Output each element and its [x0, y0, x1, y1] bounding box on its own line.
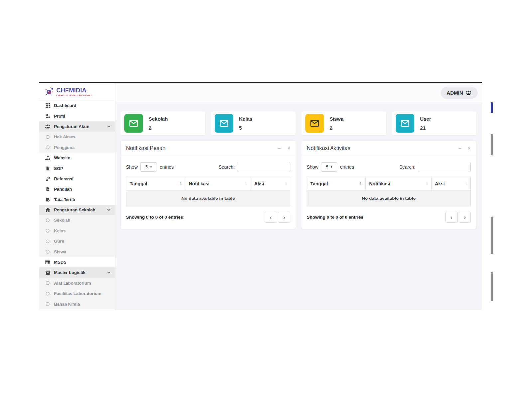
box-icon: [44, 270, 51, 275]
sidebar-item-hak-akses[interactable]: Hak Akses: [39, 132, 115, 142]
scrollbar-thumb[interactable]: [491, 217, 493, 254]
scrollbar-thumb[interactable]: [491, 134, 493, 155]
close-icon[interactable]: ×: [468, 146, 471, 151]
sidebar-item-pengguna[interactable]: Pengguna: [39, 142, 115, 153]
stat-value: 2: [330, 125, 344, 131]
page-length-select[interactable]: 5 ▲▼: [140, 162, 157, 172]
datatable-controls: Show 5 ▲▼ entries Search:: [121, 156, 296, 177]
sidebar-item-bahan-kimia[interactable]: Bahan Kimia: [39, 299, 115, 309]
entries-label: entries: [340, 164, 354, 170]
minimize-icon[interactable]: −: [458, 146, 461, 151]
sidebar-item-profil[interactable]: Profil: [39, 111, 115, 121]
stat-card-siswa: Siswa 2: [301, 111, 386, 135]
pagination: ‹ ›: [445, 212, 471, 223]
sidebar-item-label: Pengguna: [54, 145, 75, 150]
admin-label: ADMIN: [447, 90, 463, 96]
sidebar-item-label: Fasilitias Laboratorium: [54, 291, 101, 296]
sidebar-item-label: Referensi: [54, 176, 73, 181]
sidebar-item-alat-laboratorium[interactable]: Alat Laboratorium: [39, 278, 115, 288]
chevron-down-icon: [107, 124, 111, 129]
sidebar-item-fasilitias-laboratorium[interactable]: Fasilitias Laboratorium: [39, 288, 115, 299]
previous-page-button[interactable]: ‹: [445, 212, 458, 223]
sort-icon: ↑↓: [359, 181, 362, 186]
sidebar-item-sekolah[interactable]: Sekolah: [39, 215, 115, 225]
sidebar-item-panduan[interactable]: Panduan: [39, 184, 115, 194]
sidebar-item-dashboard[interactable]: Dashboard: [39, 100, 115, 111]
sidebar-item-label: Website: [54, 155, 70, 160]
admin-menu-button[interactable]: ADMIN: [441, 87, 478, 99]
datatable-footer: Showing 0 to 0 of 0 entries ‹ ›: [121, 206, 296, 223]
sidebar-item-sop[interactable]: SOP: [39, 163, 115, 173]
users-icon: [44, 124, 51, 129]
chevron-down-icon: [107, 270, 111, 275]
sort-icon: ↑↓: [425, 181, 428, 186]
caret-updown-icon: ▲▼: [150, 166, 152, 168]
sidebar-item-label: Master Logistik: [54, 270, 85, 275]
datatable-footer: Showing 0 to 0 of 0 entries ‹ ›: [301, 206, 476, 223]
sort-icon: ↑↓: [245, 181, 247, 186]
circle-icon: [44, 281, 51, 285]
sidebar-item-siswa[interactable]: Siswa: [39, 246, 115, 257]
scrollbar-marker: [491, 102, 493, 113]
sidebar-item-referensi[interactable]: Referensi: [39, 174, 115, 184]
next-page-button[interactable]: ›: [459, 212, 471, 223]
next-page-button[interactable]: ›: [278, 212, 290, 223]
sidebar-item-label: Siswa: [54, 249, 66, 254]
file-icon: [44, 166, 51, 171]
entries-info: Showing 0 to 0 of 0 entries: [307, 215, 363, 220]
column-header-tanggal[interactable]: Tanggal ↑↓: [307, 177, 366, 191]
sidebar-item-msds[interactable]: MSDS: [39, 257, 115, 267]
page-length-value: 5: [145, 165, 148, 169]
minimize-icon[interactable]: −: [278, 146, 281, 151]
entries-label: entries: [160, 164, 174, 170]
file-pdf-icon: [44, 187, 51, 192]
chevron-down-icon: [107, 208, 111, 212]
search-input[interactable]: [237, 162, 290, 172]
file-pen-icon: [44, 197, 51, 202]
close-icon[interactable]: ×: [287, 146, 290, 151]
sidebar-item-label: Hak Akses: [54, 134, 75, 139]
sidebar-item-master-logistik[interactable]: Master Logistik: [39, 267, 115, 278]
sidebar-item-guru[interactable]: Guru: [39, 236, 115, 246]
previous-page-button[interactable]: ‹: [265, 212, 277, 223]
sidebar-item-website[interactable]: Website: [39, 153, 115, 163]
stat-cards-row: Sekolah 2 Kelas 5: [120, 111, 476, 135]
sidebar-item-kelas[interactable]: Kelas: [39, 226, 115, 236]
search-input[interactable]: [418, 162, 471, 172]
page-length-value: 5: [326, 165, 328, 169]
scrollbar-track[interactable]: [491, 82, 493, 309]
grid-icon: [44, 103, 51, 108]
column-header-aksi[interactable]: Aksi ↑↓: [431, 177, 470, 191]
panel-notifikasi-pesan: Notifikasi Pesan − × Show 5 ▲▼: [120, 140, 296, 229]
sidebar-item-label: Bahan Kimia: [54, 302, 80, 307]
envelope-icon: [124, 114, 143, 133]
brand-logo[interactable]: CHEMIDIA CHEMISTRY DIGITAL LABORATORY: [39, 83, 115, 100]
circle-icon: [44, 239, 51, 244]
stat-label: Sekolah: [149, 116, 168, 122]
page-length-select[interactable]: 5 ▲▼: [321, 162, 337, 172]
column-header-tanggal[interactable]: Tanggal ↑↓: [126, 177, 185, 191]
sidebar-item-pengaturan-akun[interactable]: Pengaturan Akun: [39, 121, 115, 132]
sidebar-item-pengaturan-sekolah[interactable]: Pengaturan Sekolah: [39, 205, 115, 215]
sidebar-item-label: Pengaturan Akun: [54, 124, 89, 129]
notifications-table: Tanggal ↑↓ Notifikasi ↑↓ Aksi ↑↓: [126, 177, 290, 206]
panel-header: Notifikasi Aktivitas − ×: [301, 141, 476, 156]
scrollbar-thumb[interactable]: [491, 272, 493, 301]
column-header-notifikasi[interactable]: Notifikasi ↑↓: [366, 177, 431, 191]
sidebar-item-label: Kelas: [54, 228, 66, 233]
entries-info: Showing 0 to 0 of 0 entries: [126, 215, 183, 220]
panel-title: Notifikasi Pesan: [126, 145, 165, 151]
stat-value: 5: [239, 125, 252, 131]
panels-row: Notifikasi Pesan − × Show 5 ▲▼: [120, 140, 476, 229]
topbar: ADMIN: [115, 83, 482, 103]
caret-updown-icon: ▲▼: [331, 166, 332, 168]
panel-header: Notifikasi Pesan − ×: [121, 141, 296, 156]
envelope-icon: [396, 114, 414, 133]
panel-title: Notifikasi Aktivitas: [307, 145, 350, 151]
app-window: CHEMIDIA CHEMISTRY DIGITAL LABORATORY Da…: [39, 82, 482, 310]
sidebar-item-tata-tertib[interactable]: Tata Tertib: [39, 195, 115, 205]
circle-icon: [44, 135, 51, 139]
column-header-aksi[interactable]: Aksi ↑↓: [251, 177, 290, 191]
column-header-notifikasi[interactable]: Notifikasi ↑↓: [185, 177, 251, 191]
sitemap-icon: [44, 155, 51, 160]
